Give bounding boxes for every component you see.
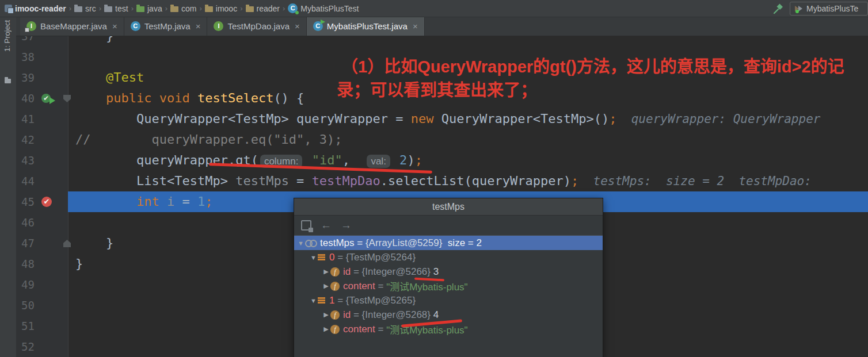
code-token: testMps [235, 174, 289, 188]
breadcrumb-items: imooc-reader›src›test›java›com›imooc›rea… [3, 3, 360, 13]
expanded-arrow-icon[interactable]: ▼ [296, 240, 305, 247]
breadcrumb-separator: › [197, 4, 203, 13]
breadcrumb-item-reader[interactable]: reader [245, 4, 281, 13]
variable-row[interactable]: ▶fid = {Integer@5266} 3 [294, 264, 603, 279]
code-token: ) [407, 153, 414, 167]
variable-text: = [375, 324, 386, 335]
code-line[interactable]: QueryWrapper<TestMp> queryWrapper = new … [16, 109, 868, 129]
code-token: ; [571, 174, 578, 188]
tab-close-icon[interactable]: × [112, 21, 117, 31]
debugger-popup[interactable]: testMps ←→ ▼testMps = {ArrayList@5259} s… [294, 198, 603, 357]
class-run-icon: C [313, 21, 323, 31]
code-token: i [167, 194, 174, 209]
variable-row[interactable]: ▼testMps = {ArrayList@5259} size = 2 [294, 236, 603, 250]
field-icon: f [330, 282, 340, 291]
editor-tabs: IBaseMapper.java×CTestMp.java×ITestMpDao… [16, 17, 868, 36]
code-token: new [411, 112, 441, 126]
watches-icon [305, 240, 318, 247]
code-token: } [75, 36, 113, 43]
project-icon [5, 5, 12, 12]
code-token: QueryWrapper<TestMp> queryWrapper = [75, 112, 411, 126]
tab-close-icon[interactable]: × [196, 21, 201, 31]
code-line[interactable]: List<TestMp> testMps = testMpDao.selectL… [16, 171, 868, 191]
code-token: } [75, 236, 113, 250]
code-token: ; [609, 112, 616, 126]
array-item-icon [318, 297, 326, 304]
back-arrow-icon[interactable]: ← [321, 219, 332, 232]
breadcrumb-label: src [85, 4, 96, 13]
breadcrumb-separator: › [67, 4, 73, 13]
breadcrumb-label: imooc-reader [15, 4, 66, 13]
code-line[interactable]: } [16, 36, 868, 47]
code-token: @Test [75, 70, 144, 85]
breadcrumb-item-imooc-reader[interactable]: imooc-reader [3, 4, 67, 13]
variable-text: = {Integer@5268} [351, 309, 433, 321]
code-token: 1 [197, 194, 205, 209]
tab-close-icon[interactable]: × [295, 21, 300, 31]
project-stripe-label[interactable]: 1: Project [3, 20, 12, 52]
code-token: } [75, 256, 83, 271]
tab-TestMp.java[interactable]: CTestMp.java× [124, 17, 208, 36]
variable-text: content [343, 324, 375, 335]
expanded-arrow-icon[interactable]: ▼ [309, 254, 318, 261]
variable-text: size = 2 [442, 237, 482, 249]
breadcrumb-separator: › [130, 4, 135, 13]
variable-text: testMps = [320, 237, 366, 249]
collapsed-arrow-icon[interactable]: ▶ [322, 311, 330, 318]
breadcrumb-item-test[interactable]: test [103, 4, 130, 13]
project-folder-icon [5, 79, 11, 83]
collapsed-arrow-icon[interactable]: ▶ [322, 282, 330, 290]
variable-row[interactable]: ▶fcontent = "测试Mybatis-plus" [294, 279, 603, 293]
breadcrumb-item-imooc[interactable]: imooc [204, 4, 238, 13]
variable-row[interactable]: ▼0 = {TestMp@5264} [294, 250, 603, 264]
build-hammer-icon[interactable] [772, 3, 784, 14]
class-icon: C [131, 21, 140, 31]
variable-row[interactable]: ▼1 = {TestMp@5265} [294, 293, 603, 308]
variable-text: {ArrayList@5259} [366, 237, 443, 249]
breadcrumb-separator: › [281, 4, 287, 13]
breadcrumb-label: reader [257, 4, 280, 13]
code-token: public void [75, 91, 197, 105]
annotation-text-line2: 录；可以看到其查出来了； [337, 76, 537, 101]
array-item-icon [318, 254, 326, 261]
breadcrumb-label: test [115, 4, 128, 13]
variable-text: id [343, 309, 351, 321]
breadcrumb-label: java [147, 4, 162, 13]
tab-BaseMapper.java[interactable]: IBaseMapper.java× [20, 17, 124, 36]
breadcrumb-label: imooc [216, 4, 237, 13]
code-line[interactable]: queryWrapper.gt(column: "id", val: 2); [16, 150, 868, 171]
run-configuration-select[interactable]: MybatisPlusTe [790, 2, 868, 16]
expanded-arrow-icon[interactable]: ▼ [309, 297, 318, 304]
tab-close-icon[interactable]: × [413, 21, 418, 31]
folder-icon [104, 6, 112, 12]
breadcrumb-item-java[interactable]: java [135, 4, 163, 13]
code-token: ; [415, 153, 422, 167]
code-token: ; [205, 194, 212, 209]
variable-row[interactable]: ▶fcontent = "测试Mybatis-plus" [294, 322, 603, 336]
breadcrumb-item-MybatisPlusTest[interactable]: CMybatisPlusTest [287, 3, 360, 13]
code-token: = [174, 194, 197, 209]
code-line[interactable]: // queryWrapper.eq("id", 3); [16, 129, 868, 150]
tool-window-stripe[interactable]: 1: Project [0, 17, 16, 357]
variable-text: 3 [433, 266, 439, 278]
annotation-text-line1: （1）比如QueryWrapper的gt()方法，这儿的意思是，查询id>2的记 [341, 53, 844, 77]
collapsed-arrow-icon[interactable]: ▶ [322, 325, 330, 333]
variable-text: content [343, 281, 375, 292]
field-icon: f [330, 325, 340, 334]
collapsed-arrow-icon[interactable]: ▶ [322, 268, 330, 275]
variable-row[interactable]: ▶fid = {Integer@5268} 4 [294, 308, 603, 322]
tab-MybatisPlusTest.java[interactable]: CMybatisPlusTest.java× [307, 17, 425, 36]
package-icon [170, 6, 178, 12]
popup-title: testMps [294, 198, 603, 216]
tab-TestMpDao.java[interactable]: ITestMpDao.java× [207, 17, 306, 36]
forward-arrow-icon[interactable]: → [341, 219, 352, 232]
topbar-right: MybatisPlusTe [772, 2, 868, 16]
folder-icon [74, 6, 82, 12]
breadcrumb-item-com[interactable]: com [169, 4, 197, 13]
package-icon [205, 6, 213, 12]
code-token: .selectList(queryWrapper) [380, 174, 571, 188]
code-token: int [75, 194, 167, 209]
breadcrumb-item-src[interactable]: src [73, 4, 97, 13]
copy-value-icon[interactable] [301, 220, 311, 231]
code-token: = [289, 174, 312, 188]
